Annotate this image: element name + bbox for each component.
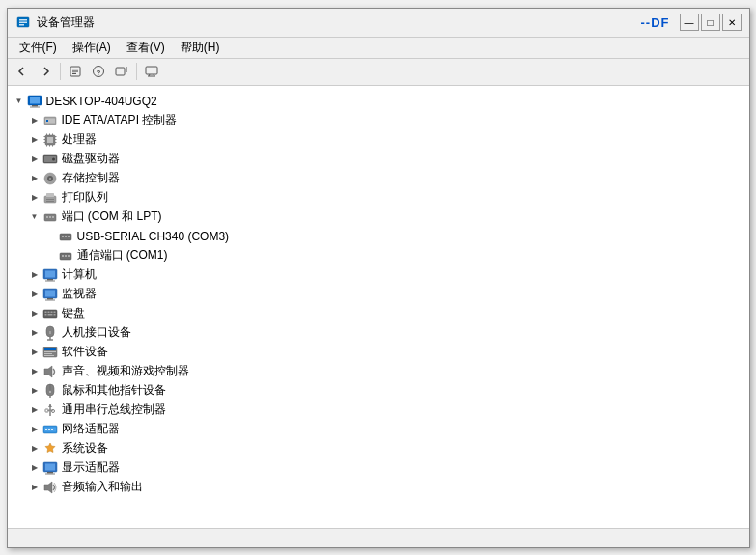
software-label: 软件设备 (62, 344, 108, 360)
svg-point-60 (68, 255, 70, 257)
display-expand-icon[interactable]: ▶ (27, 460, 42, 476)
audioio-icon (42, 480, 58, 495)
menu-action[interactable]: 操作(A) (65, 38, 119, 58)
com1-expand-placeholder (42, 248, 58, 264)
keyboard-expand-icon[interactable]: ▶ (27, 306, 42, 321)
svg-rect-34 (43, 139, 45, 140)
tree-item-audio[interactable]: ▶ 声音、视频和游戏控制器 (8, 362, 749, 381)
print-label: 打印队列 (62, 189, 108, 206)
svg-rect-38 (54, 142, 56, 143)
svg-rect-35 (43, 142, 45, 143)
tree-item-displayadapter[interactable]: ▶ 显示适配器 (8, 458, 749, 478)
print-icon (42, 190, 58, 206)
audioio-expand-icon[interactable]: ▶ (27, 480, 42, 495)
tree-item-audioio[interactable]: ▶ 音频输入和输出 (8, 478, 749, 497)
monitor-button[interactable] (141, 61, 162, 82)
root-expand-icon[interactable]: ▼ (12, 94, 27, 109)
tree-item-monitor[interactable]: ▶ 监视器 (8, 285, 749, 304)
computer-icon (42, 267, 58, 283)
tree-item-keyboard[interactable]: ▶ 键盘 (8, 304, 749, 323)
close-button[interactable]: ✕ (722, 14, 742, 31)
toolbar-separator-1 (60, 63, 61, 80)
scan-button[interactable] (111, 61, 132, 82)
svg-rect-48 (46, 201, 54, 202)
monitor-icon (42, 287, 58, 302)
svg-point-55 (65, 236, 67, 237)
svg-rect-85 (44, 355, 54, 356)
help-button[interactable]: ? (88, 61, 109, 82)
tree-item-network[interactable]: ▶ 网络适配器 (8, 420, 749, 439)
tree-item-com1[interactable]: 通信端口 (COM1) (8, 246, 749, 265)
display-label: 显示适配器 (62, 459, 120, 476)
properties-button[interactable] (65, 61, 86, 82)
svg-point-89 (49, 391, 51, 393)
tree-item-cpu[interactable]: ▶ (8, 130, 749, 150)
svg-point-58 (62, 255, 64, 257)
menu-view[interactable]: 查看(V) (119, 38, 173, 58)
menu-bar: 文件(F) 操作(A) 查看(V) 帮助(H) (8, 38, 749, 59)
minimize-button[interactable]: — (680, 14, 699, 31)
software-expand-icon[interactable]: ▶ (27, 345, 42, 360)
svg-rect-76 (53, 314, 55, 316)
maximize-button[interactable]: □ (701, 14, 720, 31)
tree-item-usb[interactable]: ▶ 通用串行总线控制器 (8, 401, 749, 420)
svg-rect-103 (45, 463, 55, 470)
device-tree: ▼ DESKTOP-404UGQ2 ▶ (8, 88, 749, 501)
tree-item-storage[interactable]: ▶ 存储控制器 (8, 169, 749, 188)
toolbar: ? (8, 59, 749, 86)
svg-rect-28 (49, 133, 50, 135)
tree-item-print[interactable]: ▶ 打印队列 (8, 188, 749, 208)
hid-label: 人机接口设备 (62, 324, 131, 341)
computer-label: 计算机 (62, 266, 97, 283)
com-label: 端口 (COM 和 LPT) (62, 208, 162, 225)
display-icon (42, 460, 58, 476)
forward-button[interactable] (35, 61, 56, 82)
svg-rect-36 (54, 136, 56, 137)
hid-icon (42, 325, 58, 341)
computer-expand-icon[interactable]: ▶ (27, 267, 42, 283)
svg-point-56 (68, 236, 70, 237)
tree-item-hid[interactable]: ▶ 人机接口设备 (8, 323, 749, 343)
tree-item-mouse[interactable]: ▶ 鼠标和其他指针设备 (8, 381, 749, 401)
network-expand-icon[interactable]: ▶ (27, 422, 42, 437)
tree-item-ide[interactable]: ▶ IDE ATA/ATAPI 控制器 (8, 111, 749, 130)
keyboard-icon (42, 306, 58, 321)
svg-rect-29 (52, 133, 53, 135)
svg-point-54 (62, 236, 64, 237)
menu-file[interactable]: 文件(F) (12, 38, 65, 58)
tree-root[interactable]: ▼ DESKTOP-404UGQ2 (8, 92, 749, 111)
com-expand-icon[interactable]: ▼ (27, 209, 42, 225)
tree-item-sysdev[interactable]: ▶ 系统设备 (8, 439, 749, 458)
disk-expand-icon[interactable]: ▶ (27, 152, 42, 167)
svg-rect-71 (47, 311, 49, 313)
svg-rect-99 (45, 429, 47, 430)
ide-expand-icon[interactable]: ▶ (27, 113, 42, 128)
root-label: DESKTOP-404UGQ2 (46, 95, 157, 108)
audio-expand-icon[interactable]: ▶ (27, 364, 42, 379)
usb-expand-icon[interactable]: ▶ (27, 402, 42, 418)
tree-item-disk[interactable]: ▶ 磁盘驱动器 (8, 150, 749, 169)
mouse-expand-icon[interactable]: ▶ (27, 383, 42, 399)
tree-item-software[interactable]: ▶ 软件设备 (8, 343, 749, 362)
network-label: 网络适配器 (62, 421, 120, 437)
menu-help[interactable]: 帮助(H) (173, 38, 228, 58)
sysdev-expand-icon[interactable]: ▶ (27, 441, 42, 457)
monitor-expand-icon[interactable]: ▶ (27, 287, 42, 302)
tree-content[interactable]: ▼ DESKTOP-404UGQ2 ▶ (8, 86, 749, 528)
hid-expand-icon[interactable]: ▶ (27, 325, 42, 341)
print-expand-icon[interactable]: ▶ (27, 190, 42, 206)
svg-rect-63 (47, 279, 53, 281)
back-button[interactable] (12, 61, 33, 82)
tree-item-com3[interactable]: USB-SERIAL CH340 (COM3) (8, 227, 749, 246)
tree-item-computer[interactable]: ▶ 计算机 (8, 265, 749, 285)
mouse-label: 鼠标和其他指针设备 (62, 382, 166, 399)
audio-label: 声音、视频和游戏控制器 (62, 363, 189, 379)
network-icon (42, 422, 58, 437)
svg-rect-75 (47, 314, 52, 316)
storage-expand-icon[interactable]: ▶ (27, 171, 42, 186)
svg-text:?: ? (96, 69, 100, 77)
cpu-expand-icon[interactable]: ▶ (27, 132, 42, 148)
tree-item-com[interactable]: ▼ 端口 (COM 和 LPT) (8, 208, 749, 227)
status-bar (8, 528, 749, 547)
svg-marker-92 (48, 404, 52, 407)
